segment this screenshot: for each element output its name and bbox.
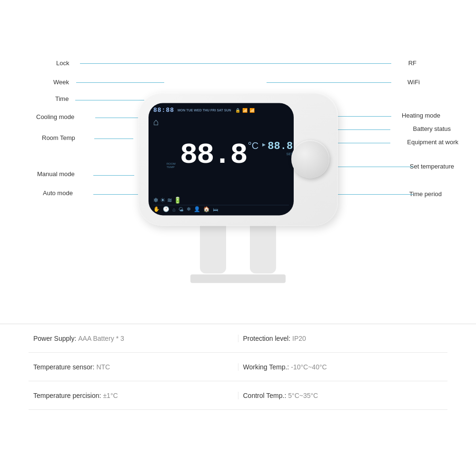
set-temp-group: 88.8 SET <box>268 140 293 156</box>
label-lock: Lock <box>56 60 69 67</box>
lcd-screen: 88:88 MON TUE WED THU FRI SAT SUN 🔒 📶 📶 <box>149 103 294 215</box>
label-time: Time <box>55 95 69 102</box>
connector-rf <box>228 63 391 64</box>
connector-wifi <box>267 82 391 83</box>
screen-middle-row: ⌂ ROOMTEMP 88.8 °C ▸ 88.8 SET <box>153 115 289 196</box>
connector-set-temp <box>333 167 413 167</box>
stand-base <box>190 274 286 283</box>
label-heating: Heating mode <box>402 112 440 119</box>
spec-label-working: Working Temp.: <box>243 363 289 371</box>
label-cooling: Cooling mode <box>36 113 74 120</box>
home-icon: ⌂ <box>153 117 159 128</box>
mode-icons-row: ❄ ☀ ≋ 🔋 <box>153 197 289 204</box>
day-labels: MON TUE WED THU FRI SAT SUN <box>178 109 231 112</box>
signal-icon: 📶 <box>242 108 248 113</box>
label-time-period: Time period <box>409 190 442 198</box>
label-rf: RF <box>408 60 416 67</box>
day-sat: SAT <box>217 109 223 112</box>
spec-cell-control-right: Control Temp.: 5°C~35°C <box>238 392 448 399</box>
device-body: 88:88 MON TUE WED THU FRI SAT SUN 🔒 📶 📶 <box>138 92 338 226</box>
time-display: 88:88 <box>153 107 174 114</box>
big-temperature: 88.8 <box>180 140 247 170</box>
day-tue: TUE <box>186 109 193 112</box>
connector-week <box>76 82 164 83</box>
flame-icon: ≋ <box>167 197 172 204</box>
mode3-icon: ❄ <box>187 206 191 212</box>
connector-room-temp <box>94 139 133 139</box>
control-knob[interactable] <box>291 140 329 178</box>
spec-cell-power-left: Power Supply: AAA Battery * 3 <box>29 335 238 342</box>
label-set-temp: Set temperature <box>410 163 454 170</box>
connector-time <box>75 100 144 100</box>
mode2-icon: 🌤 <box>178 207 184 212</box>
spec-row-2: Temperature percision: ±1°C Control Temp… <box>29 381 447 410</box>
battery-icon: 🔋 <box>174 197 181 204</box>
set-temperature-display: 88.8 <box>268 140 293 152</box>
spec-cell-protection-right: Protection level: IP20 <box>238 335 448 342</box>
day-sun: SUN <box>224 109 231 112</box>
spec-label-power: Power Supply: <box>33 335 76 342</box>
spec-value-precision: ±1°C <box>103 392 118 399</box>
spec-cell-precision-left: Temperature percision: ±1°C <box>29 392 238 399</box>
device-stand <box>190 221 286 283</box>
mode1-icon: ⌂ <box>172 207 176 212</box>
day-fri: FRI <box>210 109 216 112</box>
day-wed: WED <box>194 109 201 112</box>
spec-value-control: 5°C~35°C <box>288 392 318 399</box>
spec-label-control: Control Temp.: <box>243 392 287 399</box>
connector-manual <box>93 175 134 176</box>
thermostat-device: 88:88 MON TUE WED THU FRI SAT SUN 🔒 📶 📶 <box>138 92 338 226</box>
connector-cooling <box>95 118 143 118</box>
day-mon: MON <box>178 109 185 112</box>
hand-icon: ✋ <box>153 206 160 212</box>
diagram-section: Lock Week Time Cooling mode Room Temp Ma… <box>0 0 476 324</box>
label-auto: Auto mode <box>43 189 73 197</box>
connector-lock <box>80 63 228 64</box>
specs-section: Power Supply: AAA Battery * 3 Protection… <box>0 324 476 410</box>
spec-row-0: Power Supply: AAA Battery * 3 Protection… <box>29 324 447 353</box>
temp-display-group: ROOMTEMP 88.8 °C ▸ 88.8 SET <box>167 140 293 170</box>
label-room-temp: Room Temp <box>42 134 75 141</box>
label-wifi: WiFi <box>407 79 420 86</box>
snowflake-icon: ❄ <box>153 197 159 204</box>
mode4-icon: 👤 <box>194 206 200 212</box>
day-thu: THU <box>203 109 209 112</box>
screen-bottom-row: ✋ 🕐 ⌂ 🌤 ❄ 👤 🏠 🛏 <box>153 205 289 212</box>
spec-value-protection: IP20 <box>292 335 306 342</box>
spec-value-power: AAA Battery * 3 <box>78 335 124 342</box>
clock-icon: 🕐 <box>163 206 169 212</box>
room-temp-label: ROOMTEMP <box>167 162 176 169</box>
spec-value-sensor: NTC <box>96 363 110 371</box>
label-equipment: Equipment at work <box>407 139 458 146</box>
stand-right-leg <box>250 221 276 273</box>
mode6-icon: 🛏 <box>213 207 218 212</box>
spec-value-working: -10°C~40°C <box>291 363 327 371</box>
label-week: Week <box>53 79 69 86</box>
mode5-icon: 🏠 <box>203 206 210 212</box>
screen-top-row: 88:88 MON TUE WED THU FRI SAT SUN 🔒 📶 📶 <box>153 107 289 114</box>
spec-row-1: Temperature sensor: NTC Working Temp.: -… <box>29 353 447 381</box>
arrow-icon: ▸ <box>262 140 266 148</box>
spec-cell-sensor-left: Temperature sensor: NTC <box>29 363 238 371</box>
stand-left-leg <box>200 221 226 273</box>
degree-symbol: °C <box>248 140 258 151</box>
spec-cell-working-right: Working Temp.: -10°C~40°C <box>238 363 448 371</box>
sun-icon: ☀ <box>160 197 166 204</box>
top-status-icons: 🔒 📶 📶 <box>235 108 255 113</box>
spec-label-protection: Protection level: <box>243 335 291 342</box>
spec-label-precision: Temperature percision: <box>33 392 101 399</box>
lock-icon: 🔒 <box>235 108 240 113</box>
spec-label-sensor: Temperature sensor: <box>33 363 94 371</box>
label-battery: Battery status <box>413 125 451 132</box>
wifi-icon: 📶 <box>249 108 255 113</box>
label-manual: Manual mode <box>37 170 75 178</box>
